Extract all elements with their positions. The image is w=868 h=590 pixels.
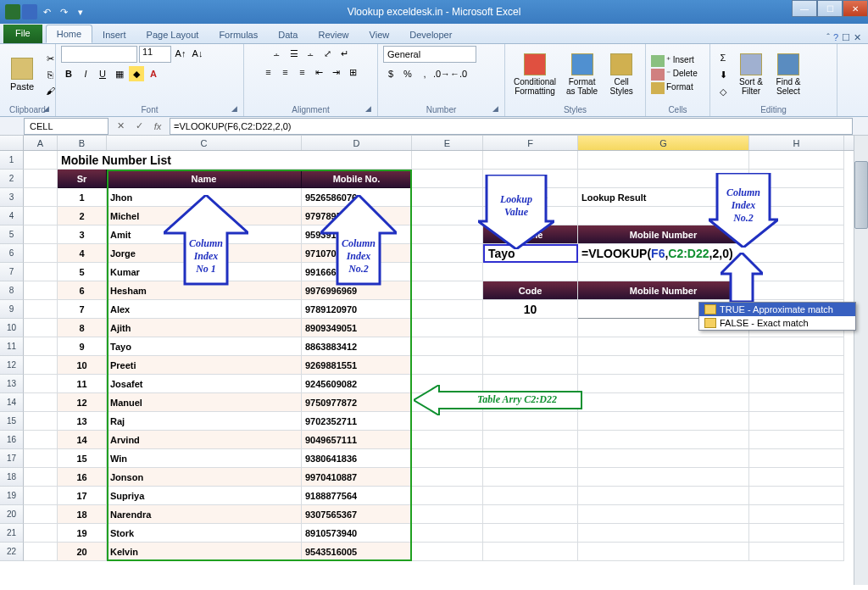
tab-developer[interactable]: Developer xyxy=(399,26,462,43)
tab-home[interactable]: Home xyxy=(46,25,92,43)
font-size-select[interactable]: 11 xyxy=(139,46,171,63)
cell[interactable] xyxy=(24,300,58,319)
cell[interactable] xyxy=(412,431,483,449)
tab-data[interactable]: Data xyxy=(268,26,308,43)
number-format-select[interactable]: General xyxy=(383,46,476,63)
cell[interactable] xyxy=(24,543,58,561)
col-header[interactable]: F xyxy=(483,136,578,150)
cell-sr[interactable]: 17 xyxy=(58,487,107,505)
cell[interactable] xyxy=(578,207,749,225)
grid-row[interactable]: 12Manuel9750977872 xyxy=(24,393,868,412)
cell[interactable] xyxy=(412,281,483,300)
format-cells-button[interactable]: Format xyxy=(651,82,698,94)
cell[interactable] xyxy=(412,356,483,375)
grid-row[interactable]: 2Michel9797895714 xyxy=(24,207,868,225)
minimize-button[interactable]: — xyxy=(792,0,817,17)
cell-mobile[interactable]: 9970410887 xyxy=(302,468,412,487)
cell[interactable] xyxy=(412,207,483,225)
cell-mobile[interactable]: 9702352711 xyxy=(302,412,412,431)
cell[interactable] xyxy=(578,468,749,487)
align-middle-icon[interactable]: ☰ xyxy=(287,46,302,61)
fill-icon[interactable]: ⬇ xyxy=(715,67,731,82)
row-header[interactable]: 19 xyxy=(0,487,24,505)
cell[interactable] xyxy=(483,337,578,356)
grid-row[interactable]: 11Josafet9245609082 xyxy=(24,375,868,393)
row-header[interactable]: 1 xyxy=(0,151,24,170)
cell-mobile[interactable]: 9593911330 xyxy=(302,225,412,244)
cell[interactable] xyxy=(24,225,58,244)
cell-mobile[interactable]: 9049657111 xyxy=(302,431,412,449)
grid-row[interactable]: 1Jhon9526586076Lookup ValueLookup Result xyxy=(24,188,868,207)
cell-name[interactable]: Arvind xyxy=(107,431,302,449)
name-box[interactable]: CELL xyxy=(24,118,108,135)
cell[interactable] xyxy=(412,468,483,487)
cell-sr[interactable]: 19 xyxy=(58,524,107,543)
row-header[interactable]: 5 xyxy=(0,225,24,244)
cell[interactable] xyxy=(749,543,844,561)
cell[interactable] xyxy=(483,543,578,561)
row-header[interactable]: 18 xyxy=(0,468,24,487)
col-header[interactable]: E xyxy=(412,136,483,150)
cell[interactable] xyxy=(578,431,749,449)
minimize-ribbon-icon[interactable]: ˆ xyxy=(826,32,830,43)
cell[interactable] xyxy=(578,487,749,505)
cell[interactable] xyxy=(483,263,578,281)
window-restore-icon[interactable]: ☐ xyxy=(842,32,850,43)
font-color-icon[interactable]: A xyxy=(146,66,161,81)
cell-name[interactable]: Supriya xyxy=(107,487,302,505)
cell-mobile[interactable]: 9976996969 xyxy=(302,281,412,300)
cell[interactable] xyxy=(578,375,749,393)
insert-cells-button[interactable]: ⁺ Insert xyxy=(651,55,698,67)
increase-decimal-icon[interactable]: .0→ xyxy=(434,66,449,81)
select-all-corner[interactable] xyxy=(0,136,24,150)
table-header[interactable]: Name xyxy=(107,170,302,188)
cell[interactable] xyxy=(578,170,749,188)
cell-mobile[interactable]: 9380641836 xyxy=(302,449,412,468)
cell[interactable] xyxy=(578,543,749,561)
col-header[interactable]: A xyxy=(24,136,58,150)
cell[interactable] xyxy=(24,487,58,505)
wrap-text-icon[interactable]: ↵ xyxy=(337,46,353,61)
cell-mobile[interactable]: 9307565367 xyxy=(302,505,412,524)
grid-row[interactable]: 3Amit9593911330NameMobile Number xyxy=(24,225,868,244)
cell[interactable] xyxy=(483,505,578,524)
row-header[interactable]: 10 xyxy=(0,319,24,337)
cell[interactable] xyxy=(24,170,58,188)
cell[interactable] xyxy=(24,468,58,487)
grid-row[interactable]: 16Jonson9970410887 xyxy=(24,468,868,487)
decrease-font-icon[interactable]: A↓ xyxy=(190,46,205,61)
cell-name[interactable]: Amit xyxy=(107,225,302,244)
cell-sr[interactable]: 10 xyxy=(58,356,107,375)
cell[interactable] xyxy=(412,375,483,393)
grid-row[interactable]: 13Raj9702352711 xyxy=(24,412,868,431)
format-as-table-button[interactable]: Format as Table xyxy=(563,52,601,97)
cell[interactable] xyxy=(749,431,844,449)
cell[interactable] xyxy=(749,263,844,281)
cell[interactable] xyxy=(749,337,844,356)
cell-sr[interactable]: 2 xyxy=(58,207,107,225)
cell[interactable] xyxy=(412,300,483,319)
cell-mobile[interactable]: 9526586076 xyxy=(302,188,412,207)
number-launcher-icon[interactable]: ◢ xyxy=(492,104,503,114)
cell-sr[interactable]: 11 xyxy=(58,375,107,393)
cell[interactable] xyxy=(578,356,749,375)
cell-name[interactable]: Raj xyxy=(107,412,302,431)
cell[interactable] xyxy=(578,263,749,281)
cell[interactable] xyxy=(483,170,578,188)
cell-styles-button[interactable]: Cell Styles xyxy=(604,52,638,97)
match-false-option[interactable]: FALSE - Exact match xyxy=(699,316,855,330)
cell[interactable] xyxy=(749,225,844,244)
cell-mobile[interactable]: 9710707544 xyxy=(302,244,412,263)
tab-pagelayout[interactable]: Page Layout xyxy=(136,26,209,43)
cell-sr[interactable]: 14 xyxy=(58,431,107,449)
cell[interactable] xyxy=(24,524,58,543)
match-true-option[interactable]: TRUE - Approximate match xyxy=(699,303,855,316)
cell-sr[interactable]: 16 xyxy=(58,468,107,487)
cell-mobile[interactable]: 9188877564 xyxy=(302,487,412,505)
row-header[interactable]: 14 xyxy=(0,393,24,412)
col-header[interactable]: G xyxy=(578,136,749,150)
cell[interactable] xyxy=(578,151,749,170)
tab-review[interactable]: Review xyxy=(308,26,359,43)
autosum-icon[interactable]: Σ xyxy=(715,50,731,65)
spreadsheet-grid[interactable]: A B C D E F G H 123456789101112131415161… xyxy=(0,136,868,585)
